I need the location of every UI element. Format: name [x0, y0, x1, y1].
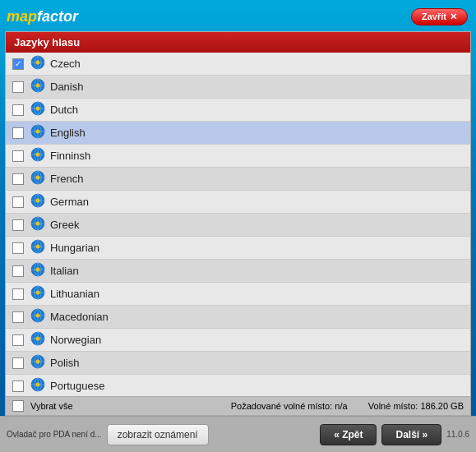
logo-map-text: map: [7, 8, 37, 25]
language-name: Hungarian: [50, 242, 99, 254]
section-header: Jazyky hlasu: [6, 32, 470, 53]
list-item[interactable]: Danish: [6, 76, 470, 99]
language-checkbox[interactable]: [12, 81, 24, 93]
required-space-label: Požadované volné místo: n/a: [231, 401, 348, 411]
svg-point-24: [36, 153, 40, 157]
list-item[interactable]: Lithuanian: [6, 283, 470, 306]
language-name: Dutch: [50, 104, 78, 116]
svg-point-54: [36, 291, 40, 295]
footer: Ovladač pro PDA není d... zobrazit oznám…: [0, 416, 476, 452]
svg-point-34: [36, 199, 40, 203]
footer-info: Ovladač pro PDA není d...: [7, 430, 102, 439]
language-name: Portuguese: [50, 380, 105, 392]
content-area: Jazyky hlasu ✓ Czech Danish Dutch: [5, 31, 471, 416]
list-item[interactable]: ✓ Czech: [6, 53, 470, 76]
language-name: Macedonian: [50, 311, 109, 323]
language-checkbox[interactable]: [12, 196, 24, 208]
globe-icon: [30, 308, 50, 325]
svg-point-49: [36, 268, 40, 272]
language-name: English: [50, 127, 85, 139]
svg-point-69: [36, 360, 40, 364]
list-item[interactable]: English: [6, 122, 470, 145]
svg-point-74: [36, 383, 40, 387]
section-title: Jazyky hlasu: [14, 36, 80, 48]
globe-icon: [30, 262, 50, 279]
language-checkbox[interactable]: [12, 381, 24, 392]
globe-icon: [30, 193, 50, 210]
next-button[interactable]: Další »: [381, 424, 441, 445]
globe-icon: [30, 147, 50, 164]
svg-point-39: [36, 222, 40, 226]
header: mapfactor Zavřít ✕: [0, 0, 476, 31]
svg-point-44: [36, 245, 40, 249]
language-checkbox[interactable]: [12, 150, 24, 162]
svg-point-59: [36, 314, 40, 318]
free-space-label: Volné místo: 186.20 GB: [368, 401, 464, 411]
svg-point-29: [36, 176, 40, 180]
language-name: Polish: [50, 357, 79, 369]
globe-icon: [30, 55, 50, 72]
back-button[interactable]: « Zpět: [320, 424, 377, 445]
language-name: Danish: [50, 81, 83, 93]
language-checkbox[interactable]: ✓: [12, 58, 24, 70]
globe-icon: [30, 239, 50, 256]
close-button[interactable]: Zavřít ✕: [411, 8, 468, 25]
globe-icon: [30, 285, 50, 302]
globe-icon: [30, 377, 50, 394]
language-checkbox[interactable]: [12, 242, 24, 254]
select-all-checkbox[interactable]: [12, 400, 24, 412]
language-checkbox[interactable]: [12, 104, 24, 116]
globe-icon: [30, 124, 50, 141]
language-checkbox[interactable]: [12, 334, 24, 346]
language-checkbox[interactable]: [12, 173, 24, 185]
bottom-bar: Vybrat vše Požadované volné místo: n/a V…: [6, 396, 470, 415]
logo: mapfactor: [7, 8, 78, 25]
language-name: Lithuanian: [50, 288, 99, 300]
main-window: mapfactor Zavřít ✕ Jazyky hlasu ✓ Czech …: [0, 0, 476, 452]
language-checkbox[interactable]: [12, 311, 24, 323]
notify-button[interactable]: zobrazit oznámení: [107, 424, 209, 445]
svg-point-14: [36, 107, 40, 111]
svg-point-64: [36, 337, 40, 341]
svg-point-19: [36, 130, 40, 134]
language-name: Finninsh: [50, 150, 90, 162]
list-item[interactable]: Dutch: [6, 99, 470, 122]
version-label: 11.0.6: [446, 430, 469, 439]
svg-point-4: [36, 61, 40, 65]
globe-icon: [30, 170, 50, 187]
close-label: Zavřít: [422, 12, 446, 21]
language-checkbox[interactable]: [12, 288, 24, 300]
list-item[interactable]: German: [6, 191, 470, 214]
globe-icon: [30, 354, 50, 371]
list-item[interactable]: Polish: [6, 352, 470, 375]
language-name: Czech: [50, 58, 81, 70]
list-item[interactable]: Portuguese: [6, 375, 470, 396]
globe-icon: [30, 78, 50, 95]
language-name: German: [50, 196, 89, 208]
language-list[interactable]: ✓ Czech Danish Dutch English: [6, 53, 470, 396]
list-item[interactable]: French: [6, 168, 470, 191]
list-item[interactable]: Italian: [6, 260, 470, 283]
language-checkbox[interactable]: [12, 219, 24, 231]
language-checkbox[interactable]: [12, 357, 24, 369]
language-name: Greek: [50, 219, 79, 231]
logo-factor-text: factor: [37, 8, 78, 25]
language-name: French: [50, 173, 83, 185]
language-checkbox[interactable]: [12, 265, 24, 277]
language-name: Italian: [50, 265, 79, 277]
globe-icon: [30, 216, 50, 233]
close-icon: ✕: [450, 12, 457, 22]
language-checkbox[interactable]: [12, 127, 24, 139]
list-item[interactable]: Norwegian: [6, 329, 470, 352]
language-name: Norwegian: [50, 334, 101, 346]
svg-point-9: [36, 84, 40, 88]
select-all-label: Vybrat vše: [30, 401, 73, 411]
globe-icon: [30, 101, 50, 118]
list-item[interactable]: Finninsh: [6, 145, 470, 168]
list-item[interactable]: Macedonian: [6, 306, 470, 329]
list-item[interactable]: Greek: [6, 214, 470, 237]
list-item[interactable]: Hungarian: [6, 237, 470, 260]
globe-icon: [30, 331, 50, 348]
